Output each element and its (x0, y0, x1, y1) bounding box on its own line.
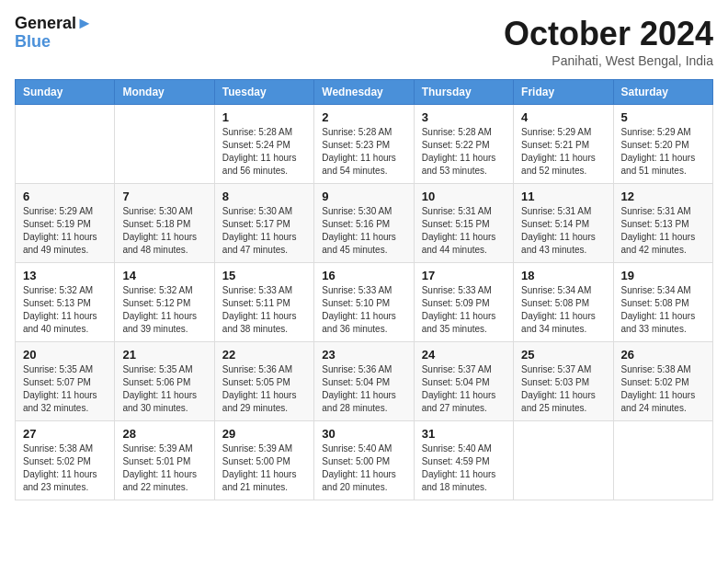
title-block: October 2024 Panihati, West Bengal, Indi… (504, 15, 713, 68)
sunset-text: Sunset: 5:05 PM (222, 376, 306, 389)
day-number: 30 (322, 427, 405, 441)
daylight-text: Daylight: 11 hours and 39 minutes. (122, 310, 206, 336)
day-number: 13 (23, 269, 107, 282)
day-info: Sunrise: 5:33 AMSunset: 5:09 PMDaylight:… (422, 284, 506, 336)
day-number: 11 (521, 190, 605, 203)
sunset-text: Sunset: 5:23 PM (322, 139, 405, 152)
day-info: Sunrise: 5:35 AMSunset: 5:06 PMDaylight:… (122, 363, 206, 415)
calendar-cell: 28Sunrise: 5:39 AMSunset: 5:01 PMDayligh… (115, 421, 214, 500)
calendar-cell: 26Sunrise: 5:38 AMSunset: 5:02 PMDayligh… (613, 342, 712, 421)
day-number: 15 (222, 269, 306, 282)
calendar-cell (16, 105, 115, 184)
sunset-text: Sunset: 5:18 PM (122, 218, 206, 231)
daylight-text: Daylight: 11 hours and 21 minutes. (222, 468, 306, 494)
calendar-cell: 5Sunrise: 5:29 AMSunset: 5:20 PMDaylight… (613, 105, 712, 184)
sunset-text: Sunset: 5:21 PM (521, 139, 605, 152)
calendar-cell: 13Sunrise: 5:32 AMSunset: 5:13 PMDayligh… (16, 263, 115, 342)
sunset-text: Sunset: 5:08 PM (621, 297, 705, 310)
daylight-text: Daylight: 11 hours and 29 minutes. (222, 389, 306, 415)
sunset-text: Sunset: 5:20 PM (621, 139, 705, 152)
day-number: 4 (521, 110, 605, 124)
calendar-cell: 8Sunrise: 5:30 AMSunset: 5:17 PMDaylight… (214, 184, 313, 263)
calendar-cell: 27Sunrise: 5:38 AMSunset: 5:02 PMDayligh… (16, 421, 115, 500)
sunrise-text: Sunrise: 5:30 AM (322, 205, 405, 218)
sunrise-text: Sunrise: 5:31 AM (621, 205, 705, 218)
day-number: 18 (521, 269, 605, 282)
calendar-cell: 17Sunrise: 5:33 AMSunset: 5:09 PMDayligh… (414, 263, 513, 342)
calendar-cell: 6Sunrise: 5:29 AMSunset: 5:19 PMDaylight… (16, 184, 115, 263)
day-number: 24 (422, 348, 506, 362)
calendar-cell: 3Sunrise: 5:28 AMSunset: 5:22 PMDaylight… (414, 105, 513, 184)
day-info: Sunrise: 5:28 AMSunset: 5:23 PMDaylight:… (322, 126, 405, 178)
daylight-text: Daylight: 11 hours and 53 minutes. (422, 152, 506, 178)
sunset-text: Sunset: 5:04 PM (422, 376, 506, 389)
sunset-text: Sunset: 5:07 PM (23, 376, 107, 389)
day-info: Sunrise: 5:33 AMSunset: 5:10 PMDaylight:… (322, 284, 405, 336)
calendar-cell: 7Sunrise: 5:30 AMSunset: 5:18 PMDaylight… (115, 184, 214, 263)
daylight-text: Daylight: 11 hours and 47 minutes. (222, 231, 306, 257)
sunrise-text: Sunrise: 5:37 AM (521, 363, 605, 376)
day-info: Sunrise: 5:38 AMSunset: 5:02 PMDaylight:… (23, 442, 107, 494)
calendar-cell: 10Sunrise: 5:31 AMSunset: 5:15 PMDayligh… (414, 184, 513, 263)
sunset-text: Sunset: 5:10 PM (322, 297, 405, 310)
daylight-text: Daylight: 11 hours and 18 minutes. (422, 468, 506, 494)
day-number: 26 (621, 348, 705, 362)
logo-text: General► Blue (15, 15, 93, 52)
sunset-text: Sunset: 5:08 PM (521, 297, 605, 310)
sunrise-text: Sunrise: 5:31 AM (422, 205, 506, 218)
sunrise-text: Sunrise: 5:35 AM (122, 363, 206, 376)
col-header-sunday: Sunday (16, 80, 115, 105)
sunset-text: Sunset: 5:12 PM (122, 297, 206, 310)
day-info: Sunrise: 5:37 AMSunset: 5:03 PMDaylight:… (521, 363, 605, 415)
calendar-cell: 2Sunrise: 5:28 AMSunset: 5:23 PMDaylight… (314, 105, 414, 184)
sunrise-text: Sunrise: 5:30 AM (122, 205, 206, 218)
sunrise-text: Sunrise: 5:30 AM (222, 205, 306, 218)
logo: General► Blue (15, 15, 93, 52)
sunrise-text: Sunrise: 5:32 AM (122, 284, 206, 297)
calendar-cell: 21Sunrise: 5:35 AMSunset: 5:06 PMDayligh… (115, 342, 214, 421)
day-info: Sunrise: 5:30 AMSunset: 5:17 PMDaylight:… (222, 205, 306, 257)
daylight-text: Daylight: 11 hours and 22 minutes. (122, 468, 206, 494)
day-number: 10 (422, 190, 506, 203)
sunset-text: Sunset: 4:59 PM (422, 455, 506, 468)
sunrise-text: Sunrise: 5:34 AM (621, 284, 705, 297)
day-number: 27 (23, 427, 107, 441)
sunset-text: Sunset: 5:16 PM (322, 218, 405, 231)
day-number: 22 (222, 348, 306, 362)
sunrise-text: Sunrise: 5:28 AM (322, 126, 405, 139)
month-title: October 2024 (504, 15, 713, 53)
day-info: Sunrise: 5:40 AMSunset: 5:00 PMDaylight:… (322, 442, 405, 494)
calendar-cell: 30Sunrise: 5:40 AMSunset: 5:00 PMDayligh… (314, 421, 414, 500)
day-number: 16 (322, 269, 405, 282)
daylight-text: Daylight: 11 hours and 36 minutes. (322, 310, 405, 336)
sunrise-text: Sunrise: 5:37 AM (422, 363, 506, 376)
day-number: 14 (122, 269, 206, 282)
daylight-text: Daylight: 11 hours and 38 minutes. (222, 310, 306, 336)
day-info: Sunrise: 5:29 AMSunset: 5:20 PMDaylight:… (621, 126, 705, 178)
day-info: Sunrise: 5:40 AMSunset: 4:59 PMDaylight:… (422, 442, 506, 494)
day-number: 8 (222, 190, 306, 203)
col-header-monday: Monday (115, 80, 214, 105)
day-number: 3 (422, 110, 506, 124)
sunset-text: Sunset: 5:01 PM (122, 455, 206, 468)
sunset-text: Sunset: 5:09 PM (422, 297, 506, 310)
sunrise-text: Sunrise: 5:33 AM (222, 284, 306, 297)
sunrise-text: Sunrise: 5:38 AM (23, 442, 107, 455)
sunset-text: Sunset: 5:17 PM (222, 218, 306, 231)
sunrise-text: Sunrise: 5:32 AM (23, 284, 107, 297)
sunset-text: Sunset: 5:15 PM (422, 218, 506, 231)
sunset-text: Sunset: 5:14 PM (521, 218, 605, 231)
page-header: General► Blue October 2024 Panihati, Wes… (15, 15, 713, 68)
day-info: Sunrise: 5:28 AMSunset: 5:24 PMDaylight:… (222, 126, 306, 178)
day-info: Sunrise: 5:31 AMSunset: 5:13 PMDaylight:… (621, 205, 705, 257)
sunset-text: Sunset: 5:24 PM (222, 139, 306, 152)
day-info: Sunrise: 5:33 AMSunset: 5:11 PMDaylight:… (222, 284, 306, 336)
sunrise-text: Sunrise: 5:39 AM (122, 442, 206, 455)
sunset-text: Sunset: 5:06 PM (122, 376, 206, 389)
daylight-text: Daylight: 11 hours and 45 minutes. (322, 231, 405, 257)
calendar-cell: 11Sunrise: 5:31 AMSunset: 5:14 PMDayligh… (514, 184, 613, 263)
daylight-text: Daylight: 11 hours and 28 minutes. (322, 389, 405, 415)
day-number: 28 (122, 427, 206, 441)
daylight-text: Daylight: 11 hours and 33 minutes. (621, 310, 705, 336)
daylight-text: Daylight: 11 hours and 42 minutes. (621, 231, 705, 257)
